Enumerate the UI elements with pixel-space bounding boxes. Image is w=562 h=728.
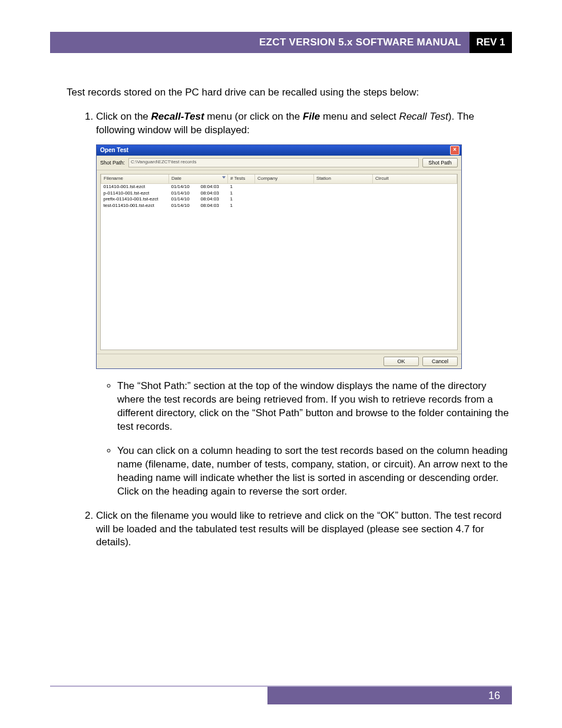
step-2: Click on the filename you would like to … (96, 509, 512, 550)
cell: 1 (228, 183, 255, 190)
bullet-shot-path: The “Shot Path:” section at the top of t… (117, 380, 512, 434)
col-circuit[interactable]: Circuit (373, 174, 457, 183)
cell: 01/14/10 (169, 190, 199, 197)
dialog-footer: OK Cancel (97, 354, 461, 368)
dialog-title: Open Test (100, 146, 128, 154)
recall-test-italic: Recall Test (399, 111, 448, 122)
cell: 01/14/10 (169, 183, 199, 190)
table-row[interactable]: p-011410-001.tst-ezct01/14/1008:04:031 (101, 190, 457, 197)
cell (314, 183, 373, 190)
page-header: EZCT VERSION 5.x SOFTWARE MANUAL REV 1 (50, 32, 512, 53)
page-number: 16 (477, 687, 512, 704)
page-footer: 16 (50, 686, 512, 704)
shot-path-button[interactable]: Shot Path (422, 158, 458, 167)
cell (255, 203, 314, 209)
dialog-toolbar: Shot Path: C:\Vanguard\EZCT\test records… (97, 156, 461, 170)
header-accent (50, 32, 77, 53)
table-row[interactable]: prefix-011410-001.tst-ezct01/14/1008:04:… (101, 196, 457, 203)
file-term: File (303, 111, 320, 122)
cell: 1 (228, 196, 255, 203)
cell (314, 196, 373, 203)
step-1: Click on the Recall-Test menu (or click … (96, 110, 512, 499)
ok-button[interactable]: OK (384, 357, 419, 366)
cell (373, 190, 457, 197)
header-title: EZCT VERSION 5.x SOFTWARE MANUAL (77, 32, 470, 53)
footer-accent (267, 687, 477, 704)
page-body: Test records stored on the PC hard drive… (50, 86, 512, 686)
open-test-dialog: Open Test × Shot Path: C:\Vanguard\EZCT\… (96, 144, 462, 369)
cell (255, 183, 314, 190)
cell: 01/14/10 (169, 203, 199, 209)
dialog-titlebar: Open Test × (97, 145, 461, 156)
cell: p-011410-001.tst-ezct (101, 190, 169, 197)
col-filename[interactable]: Filename (101, 174, 169, 183)
cell (373, 196, 457, 203)
cell: 1 (228, 190, 255, 197)
recall-test-term: Recall-Test (151, 111, 204, 122)
intro-text: Test records stored on the PC hard drive… (67, 86, 512, 100)
col-tests[interactable]: # Tests (228, 174, 255, 183)
cell: 08:04:03 (199, 183, 228, 190)
t: menu and select (320, 111, 399, 122)
footer-spacer (50, 687, 267, 704)
cell (314, 203, 373, 209)
cell: prefix-011410-001.tst-ezct (101, 196, 169, 203)
cell: 1 (228, 203, 255, 209)
t: Click on the (96, 111, 151, 122)
column-header-row: Filename Date # Tests Company Station Ci… (101, 174, 457, 183)
cell (373, 203, 457, 209)
shot-path-field[interactable]: C:\Vanguard\EZCT\test records (128, 158, 419, 167)
cell: test-011410-001.tst-ezct (101, 203, 169, 209)
bullet-sort: You can click on a column heading to sor… (117, 444, 512, 499)
shot-path-label: Shot Path: (100, 159, 125, 166)
col-date[interactable]: Date (169, 174, 228, 183)
t: menu (or click on the (204, 111, 303, 122)
table-row[interactable]: test-011410-001.tst-ezct01/14/1008:04:03… (101, 203, 457, 209)
cell: 08:04:03 (199, 196, 228, 203)
col-station[interactable]: Station (314, 174, 373, 183)
cell (314, 190, 373, 197)
cell (255, 196, 314, 203)
file-list[interactable]: Filename Date # Tests Company Station Ci… (100, 174, 458, 350)
sort-arrow-icon (222, 176, 226, 179)
cell: 01/14/10 (169, 196, 199, 203)
col-company[interactable]: Company (255, 174, 314, 183)
close-icon[interactable]: × (450, 146, 459, 155)
cell (373, 183, 457, 190)
cancel-button[interactable]: Cancel (422, 357, 458, 366)
cell: 08:04:03 (199, 203, 228, 209)
cell (255, 190, 314, 197)
table-row[interactable]: 011410-001.tst-ezct01/14/1008:04:031 (101, 183, 457, 190)
cell: 011410-001.tst-ezct (101, 183, 169, 190)
step-1-text: Click on the Recall-Test menu (or click … (96, 111, 474, 136)
header-rev: REV 1 (470, 32, 512, 53)
cell: 08:04:03 (199, 190, 228, 197)
